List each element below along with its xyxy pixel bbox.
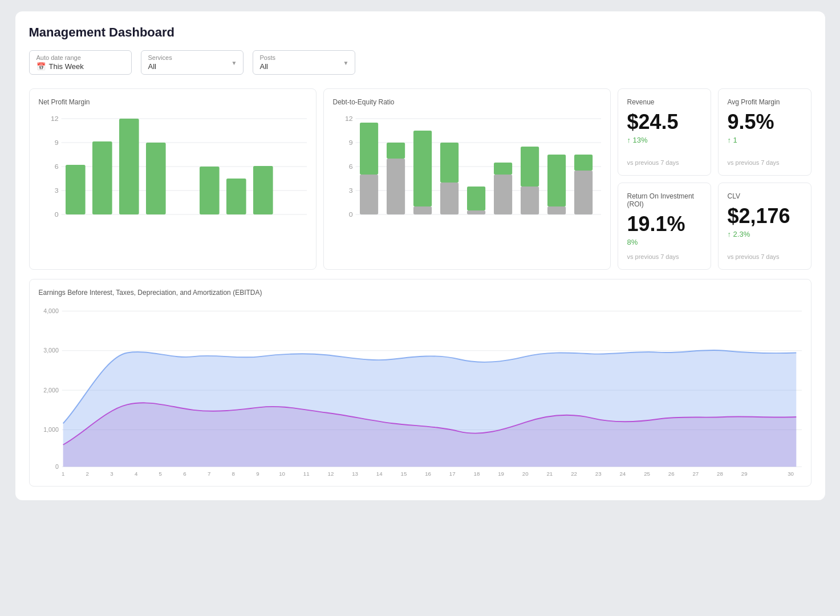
dashboard-title: Management Dashboard [29, 25, 811, 40]
svg-text:3: 3 [348, 188, 352, 194]
svg-text:16: 16 [425, 471, 431, 477]
svg-text:3: 3 [110, 471, 113, 477]
svg-text:23: 23 [595, 471, 601, 477]
date-range-filter[interactable]: Auto date range 📅 This Week [29, 50, 132, 75]
svg-text:2: 2 [86, 471, 88, 477]
svg-text:27: 27 [692, 471, 699, 477]
ebitda-title: Earnings Before Interest, Taxes, Depreci… [39, 289, 802, 297]
svg-text:0: 0 [55, 464, 58, 470]
svg-rect-40 [494, 163, 512, 175]
roi-change: 8% [627, 238, 701, 246]
svg-text:15: 15 [400, 471, 407, 477]
svg-text:26: 26 [668, 471, 674, 477]
debt-equity-svg: 12 9 6 3 0 [333, 113, 601, 227]
chevron-down-icon: ▼ [232, 59, 237, 66]
svg-rect-35 [440, 183, 458, 214]
services-label: Services [148, 54, 227, 61]
svg-text:30: 30 [788, 471, 794, 477]
posts-filter[interactable]: Posts All ▼ [253, 50, 355, 75]
revenue-kpi-card: Revenue $24.5 ↑ 13% vs previous 7 days [618, 88, 711, 176]
roi-sub: vs previous 7 days [627, 253, 701, 260]
dashboard-container: Management Dashboard Auto date range 📅 T… [15, 11, 825, 500]
roi-title: Return On Investment (ROI) [627, 192, 701, 208]
svg-rect-30 [360, 123, 378, 175]
svg-text:5: 5 [159, 471, 161, 477]
filters-row: Auto date range 📅 This Week Services All… [29, 50, 811, 75]
svg-rect-46 [574, 155, 593, 171]
svg-text:25: 25 [644, 471, 650, 477]
svg-text:19: 19 [498, 471, 504, 477]
svg-text:22: 22 [571, 471, 577, 477]
svg-rect-32 [387, 143, 405, 159]
svg-rect-16 [226, 179, 246, 214]
svg-text:14: 14 [376, 471, 382, 477]
svg-text:24: 24 [619, 471, 626, 477]
revenue-change: ↑ 13% [627, 136, 701, 144]
svg-text:6: 6 [54, 164, 58, 170]
svg-text:13: 13 [352, 471, 358, 477]
svg-text:6: 6 [348, 164, 352, 170]
svg-rect-17 [253, 166, 273, 214]
svg-rect-36 [440, 143, 458, 183]
ebitda-card: Earnings Before Interest, Taxes, Depreci… [29, 279, 811, 487]
clv-value: $2,176 [728, 206, 802, 226]
kpi-grid: Revenue $24.5 ↑ 13% vs previous 7 days A… [618, 88, 811, 270]
svg-text:4: 4 [134, 471, 137, 477]
svg-text:3,000: 3,000 [43, 348, 59, 354]
calendar-icon: 📅 [36, 62, 46, 71]
roi-kpi-card: Return On Investment (ROI) 19.1% 8% vs p… [618, 183, 711, 270]
svg-text:0: 0 [54, 212, 58, 218]
avg-profit-kpi-card: Avg Profit Margin 9.5% ↑ 1 vs previous 7… [718, 88, 811, 176]
clv-kpi-card: CLV $2,176 ↑ 2.3% vs previous 7 days [718, 183, 811, 270]
svg-rect-15 [200, 167, 220, 214]
ebitda-chart-area: 4,000 3,000 2,000 1,000 0 1 2 3 [39, 306, 802, 477]
svg-text:2,000: 2,000 [43, 387, 59, 394]
svg-rect-45 [574, 171, 593, 214]
svg-text:29: 29 [741, 471, 747, 477]
svg-rect-34 [413, 131, 432, 206]
revenue-title: Revenue [627, 98, 701, 106]
date-range-label: Auto date range [36, 54, 124, 61]
svg-text:1,000: 1,000 [43, 427, 59, 433]
svg-text:9: 9 [256, 471, 259, 477]
svg-text:20: 20 [522, 471, 528, 477]
svg-text:4,000: 4,000 [43, 308, 59, 314]
svg-text:10: 10 [279, 471, 285, 477]
debt-equity-chart-area: 12 9 6 3 0 [333, 113, 601, 227]
posts-label: Posts [260, 54, 339, 61]
svg-rect-11 [92, 141, 112, 214]
svg-text:6: 6 [183, 471, 186, 477]
svg-text:3: 3 [54, 188, 58, 194]
svg-rect-39 [494, 175, 512, 214]
svg-text:11: 11 [303, 471, 309, 477]
svg-rect-33 [413, 206, 432, 214]
net-profit-chart-card: Net Profit Margin 12 9 6 3 0 [29, 88, 316, 270]
svg-rect-42 [521, 147, 539, 187]
posts-value: All [260, 62, 339, 71]
clv-sub: vs previous 7 days [728, 253, 802, 260]
top-section: Net Profit Margin 12 9 6 3 0 [29, 88, 811, 270]
svg-rect-41 [521, 187, 539, 214]
ebitda-svg: 4,000 3,000 2,000 1,000 0 1 2 3 [39, 306, 802, 477]
clv-title: CLV [728, 192, 802, 200]
svg-rect-44 [547, 155, 566, 206]
svg-rect-38 [467, 187, 485, 210]
svg-text:7: 7 [207, 471, 210, 477]
svg-text:9: 9 [348, 140, 352, 146]
svg-rect-13 [146, 143, 166, 214]
net-profit-chart-area: 12 9 6 3 0 [39, 113, 307, 227]
services-filter[interactable]: Services All ▼ [141, 50, 244, 75]
svg-text:12: 12 [327, 471, 334, 477]
svg-rect-37 [467, 210, 485, 214]
avg-profit-sub: vs previous 7 days [728, 159, 802, 166]
svg-text:0: 0 [348, 212, 352, 218]
debt-equity-title: Debt-to-Equity Ratio [333, 98, 601, 106]
services-value: All [148, 62, 227, 71]
svg-text:17: 17 [449, 471, 455, 477]
avg-profit-change: ↑ 1 [728, 136, 802, 144]
roi-value: 19.1% [627, 214, 701, 234]
debt-equity-chart-card: Debt-to-Equity Ratio 12 9 6 3 0 [323, 88, 611, 270]
net-profit-svg: 12 9 6 3 0 [39, 113, 307, 227]
svg-text:12: 12 [50, 116, 58, 122]
svg-text:1: 1 [61, 471, 64, 477]
